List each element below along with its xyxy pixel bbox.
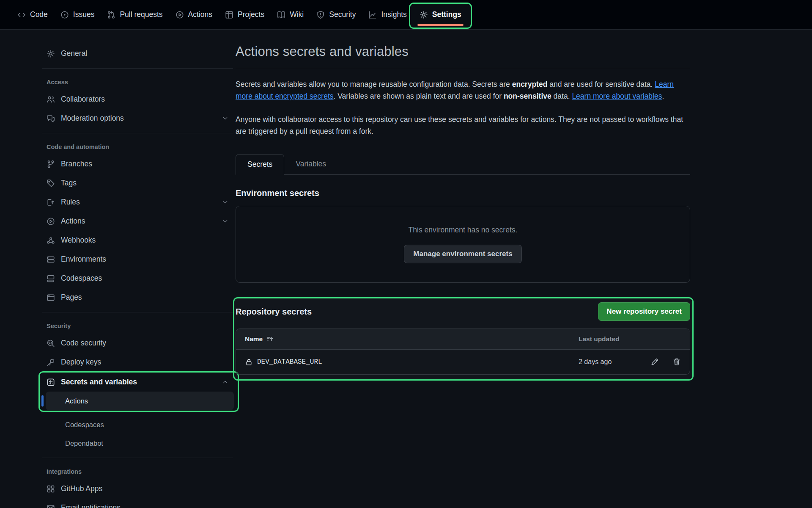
description-text: . Variables are shown as plain text and … — [334, 92, 504, 100]
sidebar-item-codespaces[interactable]: Codespaces — [41, 269, 234, 288]
sidebar-divider — [42, 133, 233, 133]
sidebar-item-label: Webhooks — [61, 236, 96, 245]
webhook-icon — [47, 236, 55, 245]
nav-tab-code[interactable]: Code — [11, 0, 54, 29]
name-header-label: Name — [245, 335, 263, 343]
repository-secrets-header: Repository secrets New repository secret — [236, 302, 690, 321]
nav-tab-security[interactable]: Security — [310, 0, 362, 29]
people-icon — [47, 95, 55, 104]
sidebar-subitem-codespaces[interactable]: Codespaces — [46, 415, 234, 434]
issue-icon — [60, 11, 69, 19]
page-body: General Access Collaborators Moderation … — [0, 30, 812, 508]
sidebar-item-label: Tags — [61, 179, 77, 188]
chevron-down-icon — [222, 115, 229, 122]
sidebar-item-rules[interactable]: Rules — [41, 193, 234, 212]
nav-tab-label: Actions — [188, 10, 212, 19]
gear-icon — [420, 11, 428, 19]
sidebar-item-label: Codespaces — [61, 274, 102, 283]
sidebar-item-actions[interactable]: Actions — [41, 212, 234, 231]
sidebar-item-tags[interactable]: Tags — [41, 174, 234, 193]
rules-icon — [47, 198, 55, 207]
environment-secrets-heading: Environment secrets — [236, 188, 690, 198]
description-bold: encrypted — [512, 80, 548, 88]
chevron-up-icon — [222, 378, 229, 386]
repo-tab-bar: Code Issues Pull requests Actions Projec… — [0, 0, 812, 30]
sidebar-subitem-dependabot[interactable]: Dependabot — [46, 434, 234, 453]
pencil-icon — [650, 358, 659, 366]
nav-tab-label: Wiki — [290, 10, 304, 19]
mail-icon — [47, 504, 55, 508]
pull-request-icon — [107, 11, 115, 19]
nav-tab-label: Insights — [381, 10, 406, 19]
sidebar-divider — [42, 312, 233, 312]
secret-name: DEV_DATABASE_URL — [257, 358, 322, 366]
sidebar-item-environments[interactable]: Environments — [41, 250, 234, 269]
sidebar-item-collaborators[interactable]: Collaborators — [41, 90, 234, 109]
nav-tab-projects[interactable]: Projects — [219, 0, 271, 29]
sort-ascending-icon[interactable] — [266, 335, 274, 343]
sidebar-section-code-automation: Code and automation — [41, 138, 234, 155]
sidebar-item-label: Environments — [61, 255, 106, 264]
tab-variables[interactable]: Variables — [284, 154, 337, 174]
git-branch-icon — [47, 160, 55, 168]
key-icon — [47, 358, 55, 367]
nav-tab-pull-requests[interactable]: Pull requests — [101, 0, 169, 29]
sidebar-item-label: Email notifications — [61, 503, 121, 508]
secret-name-cell: DEV_DATABASE_URL — [245, 358, 579, 366]
nav-tab-settings[interactable]: Settings — [413, 0, 468, 29]
apps-grid-icon — [47, 485, 55, 493]
sidebar-item-label: Secrets and variables — [61, 378, 137, 387]
link-variables[interactable]: Learn more about variables — [572, 92, 662, 100]
description-text: data. — [551, 92, 572, 100]
sidebar-divider — [42, 458, 233, 458]
browser-icon — [47, 293, 55, 302]
sidebar-item-pages[interactable]: Pages — [41, 288, 234, 307]
nav-tab-wiki[interactable]: Wiki — [271, 0, 310, 29]
sidebar-section-access: Access — [41, 74, 234, 90]
collaborator-note-paragraph: Anyone with collaborator access to this … — [236, 113, 684, 138]
tab-secrets[interactable]: Secrets — [236, 154, 284, 175]
name-column-header: Name — [245, 335, 579, 343]
sidebar-item-branches[interactable]: Branches — [41, 155, 234, 174]
nav-tab-insights[interactable]: Insights — [362, 0, 413, 29]
delete-secret-button[interactable] — [672, 358, 681, 366]
nav-tab-actions[interactable]: Actions — [169, 0, 219, 29]
nav-tab-label: Code — [30, 10, 48, 19]
codespaces-icon — [47, 274, 55, 283]
secret-row-actions — [642, 358, 681, 366]
sidebar-section-integrations: Integrations — [41, 463, 234, 479]
sidebar-item-general[interactable]: General — [41, 44, 234, 63]
server-icon — [47, 255, 55, 264]
new-repository-secret-button[interactable]: New repository secret — [598, 302, 690, 321]
sidebar-item-deploy-keys[interactable]: Deploy keys — [41, 353, 234, 372]
description-text: and are used for sensitive data. — [547, 80, 655, 88]
manage-environment-secrets-button[interactable]: Manage environment secrets — [404, 245, 521, 263]
sidebar-item-code-security[interactable]: Code security — [41, 334, 234, 353]
secrets-variables-tabnav: Secrets Variables — [236, 154, 690, 175]
nav-tab-label: Pull requests — [120, 10, 162, 19]
sidebar-item-email-notifications[interactable]: Email notifications — [41, 498, 234, 508]
sidebar-subitem-actions[interactable]: Actions — [46, 392, 234, 410]
sidebar-item-webhooks[interactable]: Webhooks — [41, 231, 234, 250]
asterisk-box-icon — [47, 378, 55, 387]
play-icon — [47, 217, 55, 226]
edit-secret-button[interactable] — [650, 358, 659, 366]
book-icon — [277, 11, 285, 19]
sidebar-item-github-apps[interactable]: GitHub Apps — [41, 479, 234, 498]
sidebar-item-moderation-options[interactable]: Moderation options — [41, 109, 234, 128]
comment-discussion-icon — [47, 114, 55, 123]
sidebar-subitem-label: Codespaces — [65, 421, 104, 429]
sidebar-item-label: General — [61, 49, 87, 58]
environment-empty-text: This environment has no secrets. — [409, 226, 518, 235]
sidebar-item-label: Pages — [61, 293, 82, 302]
description-text: Secrets and variables allow you to manag… — [236, 80, 512, 88]
lock-icon — [245, 358, 253, 366]
play-icon — [176, 11, 184, 19]
shield-icon — [316, 11, 325, 19]
nav-tab-issues[interactable]: Issues — [54, 0, 101, 29]
secret-last-updated: 2 days ago — [579, 358, 642, 366]
table-header-row: Name Last updated — [236, 329, 690, 350]
sidebar-item-label: GitHub Apps — [61, 484, 102, 493]
sidebar-item-secrets-and-variables[interactable]: Secrets and variables — [41, 373, 234, 392]
environment-secrets-box: This environment has no secrets. Manage … — [236, 206, 690, 283]
